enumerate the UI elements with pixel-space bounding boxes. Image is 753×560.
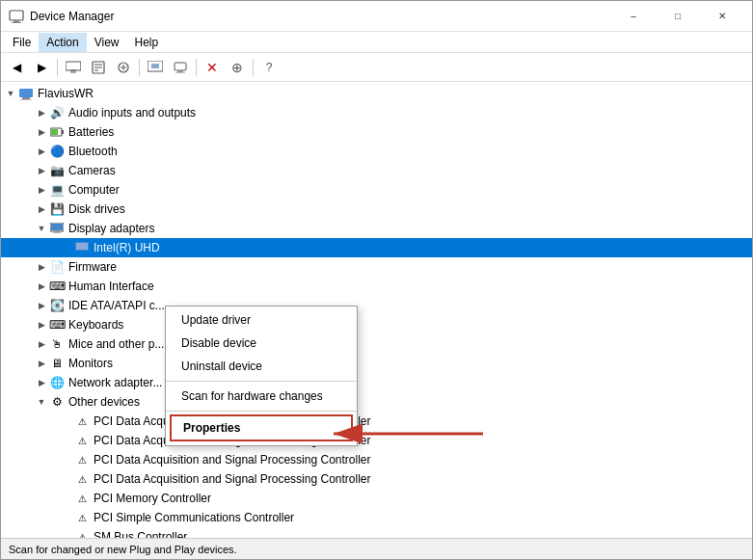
item-label: Monitors [68,357,113,370]
pci-icon: ⚠ [74,452,90,467]
expand-icon[interactable]: ▶ [34,105,49,120]
device-manager-window: Device Manager – □ ✕ File Action View He… [0,0,753,560]
item-label: Cameras [68,164,116,177]
minimize-button[interactable]: – [611,1,656,32]
expand-icon[interactable]: ▶ [34,336,49,352]
menu-file[interactable]: File [5,33,39,52]
svg-rect-3 [66,62,81,70]
expand-icon[interactable]: ▶ [34,259,49,275]
batteries-icon [49,124,65,140]
list-item[interactable]: ▶ 💾 Disk drives [1,200,752,219]
list-item[interactable]: ▶ 💽 IDE ATA/ATAPI c... [1,296,752,315]
tree-root[interactable]: ▼ FlaviusWR [1,84,752,103]
list-item[interactable]: ▶ 🖥 Monitors [1,354,752,373]
list-item[interactable]: ▶ ⚠ PCI Data Acquisition and Signal Proc… [1,450,752,469]
tree-panel[interactable]: ▼ FlaviusWR ▶ 🔊 Audio inputs and outputs… [1,82,752,538]
list-item[interactable]: ▶ ⚠ PCI Data Acquisition and Signal Proc… [1,469,752,489]
menu-help[interactable]: Help [127,33,167,52]
toolbar-help[interactable]: ? [257,56,281,79]
list-item[interactable]: ▶ 📄 Firmware [1,257,752,277]
list-item[interactable]: ▼ Display adapters [1,219,752,238]
toolbar-sep-3 [196,59,197,76]
list-item[interactable]: ▶ ⚠ PCI Data Acquisition and Signal Proc… [1,412,752,431]
mice-icon: 🖱 [49,336,65,352]
expand-icon[interactable]: ▶ [34,356,49,371]
list-item[interactable]: ▶ ⌨ Human Interface [1,277,752,296]
toolbar-sep-4 [253,59,254,76]
item-label: Computer [68,183,120,197]
keyboard-icon: ⌨ [49,317,65,333]
item-label: Batteries [68,125,114,139]
pci-icon: ⚠ [74,471,90,487]
list-item[interactable]: ▶ 💻 Computer [1,180,752,200]
list-item[interactable]: ▶ 🌐 Network adapter... [1,373,752,392]
list-item[interactable]: ▶ ⚠ SM Bus Controller [1,527,752,538]
expand-icon[interactable]: ▶ [34,163,49,178]
svg-rect-27 [53,232,61,233]
list-item[interactable]: ▶ Batteries [1,122,752,142]
expand-root[interactable]: ▼ [3,86,18,101]
toolbar: ◀ ▶ ✕ ⊕ ? [1,53,752,82]
list-item[interactable]: ▶ ⚠ PCI Memory Controller [1,489,752,508]
list-item[interactable]: ▶ ⌨ Keyboards [1,315,752,334]
main-content: ▼ FlaviusWR ▶ 🔊 Audio inputs and outputs… [1,82,752,538]
expand-icon[interactable]: ▼ [34,221,49,236]
expand-icon[interactable]: ▶ [34,182,49,198]
context-sep-1 [166,381,357,382]
display-icon [49,221,65,236]
expand-icon[interactable]: ▶ [34,201,49,217]
list-item[interactable]: ▶ 🔵 Bluetooth [1,142,752,161]
expand-icon[interactable]: ▶ [34,375,49,390]
context-properties[interactable]: Properties [170,414,353,441]
cameras-icon: 📷 [49,163,65,178]
svg-rect-16 [177,70,183,72]
expand-icon[interactable]: ▼ [34,394,49,410]
network-icon: 🌐 [49,375,65,390]
context-scan-hardware[interactable]: Scan for hardware changes [166,385,357,408]
window-title: Device Manager [30,10,611,23]
expand-icon[interactable]: ▶ [34,144,49,159]
expand-icon[interactable]: ▶ [34,317,49,333]
context-uninstall-device[interactable]: Uninstall device [166,355,357,378]
svg-rect-1 [13,20,19,22]
audio-icon: 🔊 [49,105,65,120]
list-item[interactable]: ▼ ⚙ Other devices [1,392,752,412]
list-item[interactable]: ▶ Intel(R) UHD [1,238,752,257]
toolbar-back[interactable]: ◀ [5,56,28,79]
svg-rect-20 [20,99,32,100]
context-update-driver[interactable]: Update driver [166,308,357,332]
context-menu: Update driver Disable device Uninstall d… [165,306,358,446]
pci-mem-icon: ⚠ [74,491,90,506]
bluetooth-icon: 🔵 [49,144,65,159]
close-button[interactable]: ✕ [700,1,744,32]
menu-action[interactable]: Action [39,33,86,52]
expand-icon[interactable]: ▶ [34,124,49,140]
item-label: Audio inputs and outputs [68,106,196,120]
pci-icon: ⚠ [74,433,90,448]
ide-icon: 💽 [49,298,65,313]
toolbar-delete[interactable]: ✕ [201,56,224,79]
toolbar-add[interactable]: ⊕ [226,56,249,79]
svg-rect-17 [175,72,185,73]
properties-label: Properties [183,421,240,435]
list-item[interactable]: ▶ 🔊 Audio inputs and outputs [1,103,752,122]
svg-rect-22 [62,130,64,134]
toolbar-monitor[interactable] [144,56,167,79]
toolbar-properties[interactable] [87,56,110,79]
toolbar-scan[interactable] [112,56,135,79]
toolbar-device-mgr[interactable] [62,56,85,79]
list-item[interactable]: ▶ ⚠ PCI Simple Communications Controller [1,508,752,527]
menu-view[interactable]: View [87,33,127,52]
expand-icon[interactable]: ▶ [34,279,49,294]
expand-icon[interactable]: ▶ [34,298,49,313]
list-item[interactable]: ▶ 📷 Cameras [1,161,752,180]
toolbar-computer[interactable] [169,56,192,79]
item-label: Firmware [68,260,117,274]
item-label: Keyboards [68,318,123,332]
context-disable-device[interactable]: Disable device [166,332,357,355]
maximize-button[interactable]: □ [656,1,700,32]
list-item[interactable]: ▶ ⚠ PCI Data Acquisition and Signal Proc… [1,431,752,450]
toolbar-forward[interactable]: ▶ [30,56,53,79]
list-item[interactable]: ▶ 🖱 Mice and other p... [1,334,752,354]
status-text: Scan for changed or new Plug and Play de… [9,544,237,555]
